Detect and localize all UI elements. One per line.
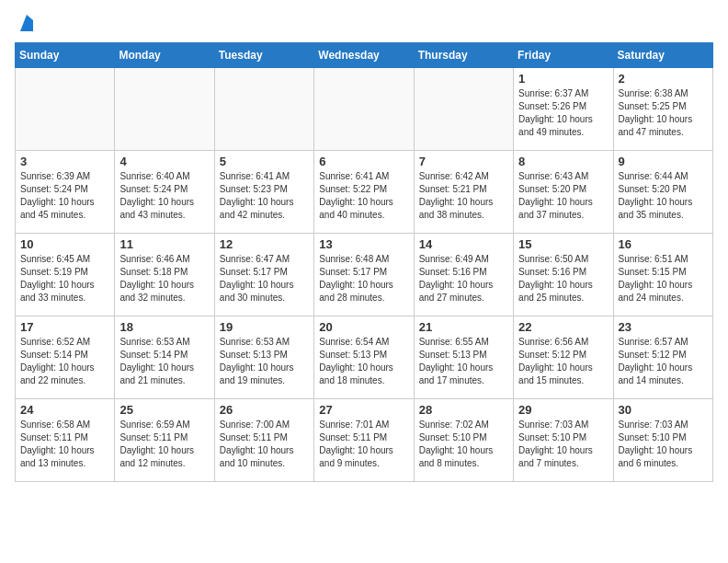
day-number: 19 <box>220 320 309 334</box>
day-info: Sunrise: 6:43 AM Sunset: 5:20 PM Dayligh… <box>518 170 608 222</box>
day-number: 24 <box>20 403 109 417</box>
calendar-cell: 6Sunrise: 6:41 AM Sunset: 5:22 PM Daylig… <box>314 151 414 234</box>
day-info: Sunrise: 6:53 AM Sunset: 5:14 PM Dayligh… <box>119 336 209 387</box>
day-number: 27 <box>319 403 408 417</box>
day-number: 2 <box>619 72 708 86</box>
day-info: Sunrise: 6:58 AM Sunset: 5:11 PM Dayligh… <box>20 419 109 470</box>
calendar-cell: 5Sunrise: 6:41 AM Sunset: 5:23 PM Daylig… <box>214 151 313 234</box>
day-number: 20 <box>319 320 408 334</box>
day-number: 21 <box>419 320 508 334</box>
calendar-cell: 27Sunrise: 7:01 AM Sunset: 5:11 PM Dayli… <box>314 399 414 482</box>
day-number: 13 <box>319 237 408 251</box>
logo-icon <box>17 13 37 33</box>
calendar-week-1: 1Sunrise: 6:37 AM Sunset: 5:26 PM Daylig… <box>16 68 713 151</box>
day-number: 10 <box>20 237 109 251</box>
col-header-thursday: Thursday <box>414 43 513 68</box>
day-info: Sunrise: 6:37 AM Sunset: 5:26 PM Dayligh… <box>518 87 608 139</box>
day-number: 6 <box>319 155 408 168</box>
calendar-cell: 28Sunrise: 7:02 AM Sunset: 5:10 PM Dayli… <box>414 399 513 482</box>
calendar-cell: 29Sunrise: 7:03 AM Sunset: 5:10 PM Dayli… <box>514 399 613 482</box>
day-number: 9 <box>619 155 708 168</box>
day-info: Sunrise: 6:49 AM Sunset: 5:16 PM Dayligh… <box>419 253 508 304</box>
day-number: 16 <box>619 237 708 251</box>
day-number: 25 <box>119 403 209 417</box>
logo <box>15 15 37 33</box>
day-info: Sunrise: 7:03 AM Sunset: 5:10 PM Dayligh… <box>518 419 608 470</box>
day-number: 11 <box>119 237 209 251</box>
day-info: Sunrise: 6:59 AM Sunset: 5:11 PM Dayligh… <box>119 419 209 470</box>
day-info: Sunrise: 7:00 AM Sunset: 5:11 PM Dayligh… <box>220 419 309 470</box>
calendar-cell: 19Sunrise: 6:53 AM Sunset: 5:13 PM Dayli… <box>214 316 313 399</box>
calendar-cell: 13Sunrise: 6:48 AM Sunset: 5:17 PM Dayli… <box>314 234 414 316</box>
calendar-cell <box>314 68 414 151</box>
day-number: 14 <box>419 237 508 251</box>
col-header-tuesday: Tuesday <box>214 43 313 68</box>
calendar-cell <box>115 68 214 151</box>
calendar-cell: 26Sunrise: 7:00 AM Sunset: 5:11 PM Dayli… <box>214 399 313 482</box>
calendar-cell: 7Sunrise: 6:42 AM Sunset: 5:21 PM Daylig… <box>414 151 513 234</box>
day-number: 29 <box>518 403 608 417</box>
day-info: Sunrise: 6:39 AM Sunset: 5:24 PM Dayligh… <box>20 170 109 222</box>
day-number: 28 <box>419 403 508 417</box>
calendar-cell: 14Sunrise: 6:49 AM Sunset: 5:16 PM Dayli… <box>414 234 513 316</box>
day-info: Sunrise: 6:44 AM Sunset: 5:20 PM Dayligh… <box>619 170 708 222</box>
col-header-sunday: Sunday <box>16 43 115 68</box>
day-info: Sunrise: 7:01 AM Sunset: 5:11 PM Dayligh… <box>319 419 408 470</box>
day-number: 5 <box>220 155 309 168</box>
calendar-week-3: 10Sunrise: 6:45 AM Sunset: 5:19 PM Dayli… <box>16 234 713 316</box>
calendar-cell: 9Sunrise: 6:44 AM Sunset: 5:20 PM Daylig… <box>613 151 712 234</box>
day-number: 4 <box>119 155 209 168</box>
header <box>15 15 713 33</box>
calendar-cell: 1Sunrise: 6:37 AM Sunset: 5:26 PM Daylig… <box>514 68 613 151</box>
calendar-cell: 4Sunrise: 6:40 AM Sunset: 5:24 PM Daylig… <box>115 151 214 234</box>
day-number: 8 <box>518 155 608 168</box>
calendar-week-5: 24Sunrise: 6:58 AM Sunset: 5:11 PM Dayli… <box>16 399 713 482</box>
calendar-cell: 24Sunrise: 6:58 AM Sunset: 5:11 PM Dayli… <box>16 399 115 482</box>
day-number: 17 <box>20 320 109 334</box>
day-info: Sunrise: 6:47 AM Sunset: 5:17 PM Dayligh… <box>220 253 309 304</box>
day-number: 18 <box>119 320 209 334</box>
calendar-week-4: 17Sunrise: 6:52 AM Sunset: 5:14 PM Dayli… <box>16 316 713 399</box>
day-info: Sunrise: 6:48 AM Sunset: 5:17 PM Dayligh… <box>319 253 408 304</box>
day-number: 3 <box>20 155 109 168</box>
col-header-saturday: Saturday <box>613 43 712 68</box>
calendar-cell: 23Sunrise: 6:57 AM Sunset: 5:12 PM Dayli… <box>613 316 712 399</box>
calendar-header-row: SundayMondayTuesdayWednesdayThursdayFrid… <box>16 43 713 68</box>
calendar-cell: 30Sunrise: 7:03 AM Sunset: 5:10 PM Dayli… <box>613 399 712 482</box>
calendar-cell: 25Sunrise: 6:59 AM Sunset: 5:11 PM Dayli… <box>115 399 214 482</box>
col-header-monday: Monday <box>115 43 214 68</box>
day-info: Sunrise: 6:40 AM Sunset: 5:24 PM Dayligh… <box>119 170 209 222</box>
calendar-cell: 10Sunrise: 6:45 AM Sunset: 5:19 PM Dayli… <box>16 234 115 316</box>
day-number: 30 <box>619 403 708 417</box>
day-info: Sunrise: 6:38 AM Sunset: 5:25 PM Dayligh… <box>619 87 708 139</box>
calendar-cell <box>214 68 313 151</box>
calendar-week-2: 3Sunrise: 6:39 AM Sunset: 5:24 PM Daylig… <box>16 151 713 234</box>
calendar-cell: 15Sunrise: 6:50 AM Sunset: 5:16 PM Dayli… <box>514 234 613 316</box>
calendar-cell <box>16 68 115 151</box>
day-info: Sunrise: 6:41 AM Sunset: 5:22 PM Dayligh… <box>319 170 408 222</box>
day-number: 15 <box>518 237 608 251</box>
svg-marker-0 <box>20 15 33 31</box>
calendar-cell: 12Sunrise: 6:47 AM Sunset: 5:17 PM Dayli… <box>214 234 313 316</box>
day-number: 26 <box>220 403 309 417</box>
day-number: 22 <box>518 320 608 334</box>
day-info: Sunrise: 6:53 AM Sunset: 5:13 PM Dayligh… <box>220 336 309 387</box>
col-header-friday: Friday <box>514 43 613 68</box>
calendar-cell: 18Sunrise: 6:53 AM Sunset: 5:14 PM Dayli… <box>115 316 214 399</box>
calendar-cell: 21Sunrise: 6:55 AM Sunset: 5:13 PM Dayli… <box>414 316 513 399</box>
calendar-cell: 3Sunrise: 6:39 AM Sunset: 5:24 PM Daylig… <box>16 151 115 234</box>
day-number: 1 <box>518 72 608 86</box>
calendar-cell: 17Sunrise: 6:52 AM Sunset: 5:14 PM Dayli… <box>16 316 115 399</box>
day-info: Sunrise: 7:02 AM Sunset: 5:10 PM Dayligh… <box>419 419 508 470</box>
day-number: 7 <box>419 155 508 168</box>
day-info: Sunrise: 6:56 AM Sunset: 5:12 PM Dayligh… <box>518 336 608 387</box>
calendar-cell: 22Sunrise: 6:56 AM Sunset: 5:12 PM Dayli… <box>514 316 613 399</box>
col-header-wednesday: Wednesday <box>314 43 414 68</box>
day-info: Sunrise: 6:50 AM Sunset: 5:16 PM Dayligh… <box>518 253 608 304</box>
calendar-cell: 20Sunrise: 6:54 AM Sunset: 5:13 PM Dayli… <box>314 316 414 399</box>
calendar-table: SundayMondayTuesdayWednesdayThursdayFrid… <box>15 42 713 482</box>
day-info: Sunrise: 6:57 AM Sunset: 5:12 PM Dayligh… <box>619 336 708 387</box>
day-info: Sunrise: 7:03 AM Sunset: 5:10 PM Dayligh… <box>619 419 708 470</box>
day-info: Sunrise: 6:54 AM Sunset: 5:13 PM Dayligh… <box>319 336 408 387</box>
day-info: Sunrise: 6:46 AM Sunset: 5:18 PM Dayligh… <box>119 253 209 304</box>
